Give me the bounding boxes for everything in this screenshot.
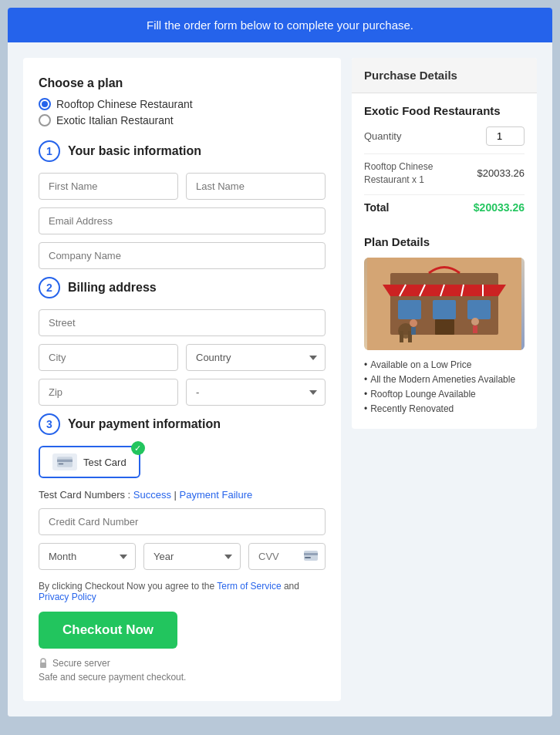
quantity-row: Quantity xyxy=(364,126,525,146)
amenity-item-1: All the Modern Ameneties Available xyxy=(364,374,525,385)
country-select[interactable]: Country xyxy=(186,344,326,371)
purchase-body: Exotic Food Restaurants Quantity Rooftop… xyxy=(352,93,537,224)
first-name-input[interactable] xyxy=(39,173,178,200)
total-label: Total xyxy=(364,201,389,214)
radio-rooftop[interactable] xyxy=(39,98,51,110)
test-card-numbers: Test Card Numbers : Success | Payment Fa… xyxy=(39,489,326,501)
item-price: $20033.26 xyxy=(477,167,525,179)
plan-details-title: Plan Details xyxy=(364,235,525,248)
top-banner: Fill the order form below to complete yo… xyxy=(8,8,552,42)
plan-label-italian: Exotic Italian Restaurant xyxy=(56,114,174,126)
step2-number: 2 xyxy=(39,277,60,298)
payment-card-inner: Test Card xyxy=(52,453,127,470)
terms-pre: By clicking Checkout Now you agree to th… xyxy=(39,581,217,592)
last-name-input[interactable] xyxy=(186,173,326,200)
state-select[interactable]: - xyxy=(186,379,326,406)
company-input[interactable] xyxy=(39,242,326,269)
total-row: Total $20033.26 xyxy=(364,201,525,214)
amenity-item-3: Recently Renovated xyxy=(364,403,525,414)
right-panel: Purchase Details Exotic Food Restaurants… xyxy=(352,58,537,429)
cvv-card-icon xyxy=(304,550,318,564)
plan-details-section: Plan Details xyxy=(352,224,537,429)
step1-header: 1 Your basic information xyxy=(39,140,326,162)
card-check-badge: ✓ xyxy=(131,441,145,455)
step1-number: 1 xyxy=(39,140,60,162)
svg-point-21 xyxy=(410,319,417,327)
terms-mid: and xyxy=(282,581,299,592)
plan-section-title: Choose a plan xyxy=(39,76,326,90)
cc-number-row xyxy=(39,508,326,535)
street-row xyxy=(39,309,326,336)
svg-rect-1 xyxy=(57,460,73,462)
amenities-list: Available on a Low Price All the Modern … xyxy=(364,359,525,414)
svg-point-23 xyxy=(471,318,479,325)
card-icon-container xyxy=(52,453,77,470)
test-card-label: Test Card Numbers : xyxy=(39,489,133,501)
step3-header: 3 Your payment information xyxy=(39,413,326,435)
plan-option-italian[interactable]: Exotic Italian Restaurant xyxy=(39,114,326,126)
name-row xyxy=(39,173,326,200)
amenity-text-1: All the Modern Ameneties Available xyxy=(370,374,515,385)
left-panel: Choose a plan Rooftop Chinese Restaurant… xyxy=(23,58,341,701)
svg-rect-3 xyxy=(304,551,318,561)
zip-input[interactable] xyxy=(39,379,178,406)
plan-label-rooftop: Rooftop Chinese Restaurant xyxy=(56,98,193,110)
city-input[interactable] xyxy=(39,344,178,371)
svg-rect-16 xyxy=(467,300,491,319)
success-link[interactable]: Success xyxy=(133,489,171,501)
failure-link[interactable]: Payment Failure xyxy=(180,489,253,501)
terms-text: By clicking Checkout Now you agree to th… xyxy=(39,581,326,602)
cvv-wrapper xyxy=(248,543,326,570)
company-row xyxy=(39,242,326,269)
svg-rect-19 xyxy=(400,331,403,342)
street-input[interactable] xyxy=(39,309,326,336)
svg-rect-24 xyxy=(473,325,477,333)
month-select[interactable]: Month 01020304 05060708 09101112 xyxy=(39,543,136,570)
zip-state-row: - xyxy=(39,379,326,406)
amenity-item-2: Rooftop Lounge Available xyxy=(364,389,525,400)
terms-link[interactable]: Term of Service xyxy=(217,581,281,592)
svg-rect-22 xyxy=(411,327,416,335)
secure-server-label: Secure server xyxy=(52,658,110,669)
product-name: Exotic Food Restaurants xyxy=(364,104,525,117)
main-content: Choose a plan Rooftop Chinese Restaurant… xyxy=(8,42,552,716)
amenity-text-3: Recently Renovated xyxy=(370,403,454,414)
quantity-input[interactable] xyxy=(486,126,525,146)
checkout-button[interactable]: Checkout Now xyxy=(39,612,177,649)
cc-number-input[interactable] xyxy=(39,508,326,535)
step2-title: Billing address xyxy=(68,281,157,295)
total-price: $20033.26 xyxy=(474,201,525,214)
item-price-row: Rooftop ChineseRestaurant x 1 $20033.26 xyxy=(364,160,525,187)
radio-italian[interactable] xyxy=(39,114,51,126)
svg-rect-5 xyxy=(305,557,311,558)
purchase-header: Purchase Details xyxy=(352,58,537,93)
total-divider xyxy=(364,194,525,195)
credit-card-icon xyxy=(57,457,73,467)
restaurant-image xyxy=(364,258,525,350)
step1-title: Your basic information xyxy=(68,144,201,158)
email-input[interactable] xyxy=(39,207,326,234)
step2-header: 2 Billing address xyxy=(39,277,326,298)
svg-rect-17 xyxy=(435,319,454,335)
expiry-cvv-row: Month 01020304 05060708 09101112 Year 20… xyxy=(39,543,326,570)
purchase-divider xyxy=(364,153,525,154)
privacy-link[interactable]: Privacy Policy xyxy=(39,592,96,602)
svg-rect-2 xyxy=(59,464,64,465)
banner-text: Fill the order form below to complete yo… xyxy=(147,19,413,32)
test-card-option[interactable]: Test Card ✓ xyxy=(39,446,140,478)
lock-icon xyxy=(39,658,48,669)
step3-title: Your payment information xyxy=(68,417,221,431)
amenity-item-0: Available on a Low Price xyxy=(364,359,525,370)
quantity-label: Quantity xyxy=(364,130,401,142)
amenity-text-2: Rooftop Lounge Available xyxy=(370,389,476,400)
year-select[interactable]: Year 20242025202620272028 xyxy=(143,543,241,570)
step3-number: 3 xyxy=(39,413,60,435)
plan-option-rooftop[interactable]: Rooftop Chinese Restaurant xyxy=(39,98,326,110)
page-wrapper: Fill the order form below to complete yo… xyxy=(8,8,552,716)
secure-payment-text: Safe and secure payment checkout. xyxy=(39,672,326,683)
secure-info: Secure server xyxy=(39,658,326,669)
card-label: Test Card xyxy=(83,457,127,468)
plan-options: Rooftop Chinese Restaurant Exotic Italia… xyxy=(39,98,326,126)
item-label: Rooftop ChineseRestaurant x 1 xyxy=(364,160,433,187)
city-country-row: Country xyxy=(39,344,326,371)
